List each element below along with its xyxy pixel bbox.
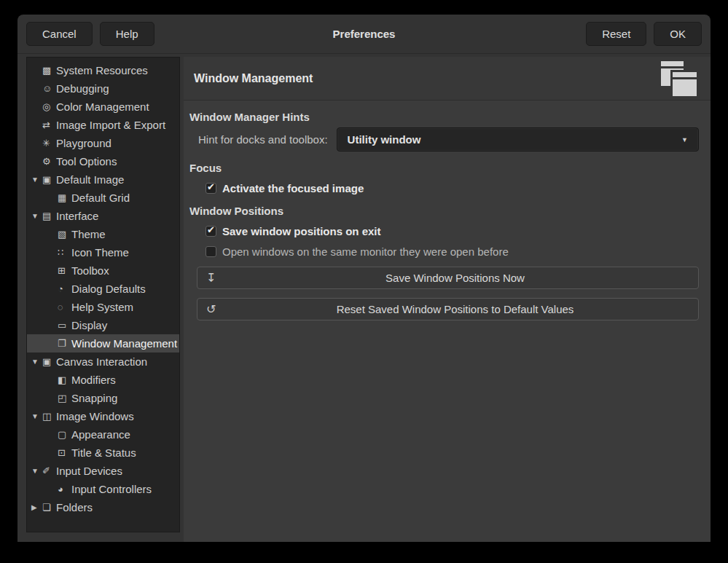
sidebar-item-theme[interactable]: ▧Theme [27, 225, 179, 243]
tool-options-icon: ⚙ [42, 156, 56, 167]
sidebar-item-label: Icon Theme [71, 246, 129, 259]
snapping-icon: ◰ [58, 393, 71, 403]
sidebar-item-label: Input Devices [56, 465, 122, 477]
window-management-icon: ❐ [58, 338, 71, 349]
hint-dropdown[interactable]: Utility window ▼ [337, 127, 699, 151]
save-window-positions-label: Save Window Positions Now [221, 272, 689, 284]
sidebar-item-folders[interactable]: ▶❏Folders [27, 498, 179, 516]
sidebar-item-dialog-defaults[interactable]: ◔Dialog Defaults [27, 280, 179, 298]
expander-icon[interactable]: ▶ [30, 503, 42, 511]
reset-window-positions-label: Reset Saved Window Positions to Default … [221, 303, 689, 315]
default-grid-icon: ▦ [58, 192, 71, 203]
help-system-icon: ◌ [58, 302, 71, 312]
sidebar-item-input-devices[interactable]: ▼✐Input Devices [27, 462, 179, 480]
theme-icon: ▧ [58, 229, 71, 240]
checkbox-label: Save window positions on exit [222, 225, 381, 237]
page-header: Window Management [184, 57, 711, 101]
sidebar-item-playground[interactable]: ✳Playground [27, 134, 179, 152]
checkbox-open-same-monitor[interactable]: Open windows on the same monitor they we… [206, 245, 699, 258]
save-window-positions-button[interactable]: ↧ Save Window Positions Now [197, 267, 699, 289]
sidebar-item-label: Input Controllers [71, 483, 152, 495]
input-controllers-icon: ◕ [58, 484, 71, 495]
input-devices-icon: ✐ [42, 465, 56, 476]
page-title: Window Management [194, 72, 313, 85]
checkbox-save-window-positions[interactable]: ✔ Save window positions on exit [206, 225, 699, 237]
help-button[interactable]: Help [100, 22, 154, 46]
reset-window-positions-button[interactable]: ↺ Reset Saved Window Positions to Defaul… [197, 298, 699, 320]
sidebar-item-image-import-export[interactable]: ⇄Image Import & Export [27, 116, 179, 134]
sidebar-item-interface[interactable]: ▼▤Interface [27, 207, 179, 225]
sidebar-item-label: Title & Status [71, 446, 136, 459]
check-icon: ✔ [207, 181, 215, 192]
reset-button[interactable]: Reset [586, 22, 646, 46]
section-focus: Focus [189, 162, 699, 174]
sidebar-item-tool-options[interactable]: ⚙Tool Options [27, 152, 179, 170]
sidebar-item-label: Display [71, 319, 107, 331]
sidebar-item-label: Folders [56, 501, 93, 513]
sidebar-item-toolbox[interactable]: ⊞Toolbox [27, 261, 179, 280]
checkbox-box[interactable]: ✔ [206, 226, 216, 237]
window-management-icon [661, 61, 699, 96]
expander-icon[interactable]: ▼ [30, 412, 42, 420]
checkbox-activate-focused-image[interactable]: ✔ Activate the focused image [206, 182, 699, 194]
expander-icon[interactable]: ▼ [30, 212, 42, 220]
sidebar-item-help-system[interactable]: ◌Help System [27, 298, 179, 316]
dialog-defaults-icon: ◔ [58, 283, 71, 294]
expander-icon[interactable]: ▼ [30, 176, 42, 184]
sidebar-item-debugging[interactable]: ☺Debugging [27, 79, 179, 98]
sidebar-item-snapping[interactable]: ◰Snapping [27, 389, 179, 407]
playground-icon: ✳ [42, 138, 56, 149]
sidebar-item-label: Tool Options [56, 155, 117, 168]
sidebar-item-window-management[interactable]: ❐Window Management [27, 334, 179, 353]
sidebar-tree[interactable]: ▩System Resources☺Debugging◎Color Manage… [26, 57, 180, 532]
hint-row: Hint for docks and toolbox: Utility wind… [198, 127, 699, 151]
sidebar-item-default-grid[interactable]: ▦Default Grid [27, 189, 179, 207]
sidebar-item-system-resources[interactable]: ▩System Resources [27, 61, 179, 79]
sidebar-item-input-controllers[interactable]: ◕Input Controllers [27, 480, 179, 498]
sidebar-item-label: Canvas Interaction [56, 355, 147, 368]
checkbox-box[interactable] [206, 246, 216, 257]
icon-theme-icon: ∷ [58, 247, 71, 258]
sidebar-item-appearance[interactable]: ▢Appearance [27, 425, 179, 444]
sidebar-item-label: Theme [71, 228, 106, 240]
sidebar-item-color-management[interactable]: ◎Color Management [27, 98, 179, 116]
sidebar-item-label: Image Windows [56, 410, 134, 422]
save-icon: ↧ [206, 271, 221, 285]
sidebar-item-display[interactable]: ▭Display [27, 316, 179, 334]
checkbox-box[interactable]: ✔ [206, 183, 216, 194]
display-icon: ▭ [58, 320, 71, 331]
sidebar-item-title-status[interactable]: ⊡Title & Status [27, 444, 179, 462]
sidebar-item-label: Modifiers [71, 374, 116, 386]
expander-icon[interactable]: ▼ [30, 467, 42, 475]
sidebar-item-label: Toolbox [71, 264, 109, 277]
appearance-icon: ▢ [58, 429, 71, 440]
sidebar-item-label: Window Management [71, 337, 177, 350]
cancel-button[interactable]: Cancel [26, 22, 93, 46]
sidebar-item-label: Color Management [56, 101, 149, 113]
sidebar-item-canvas-interaction[interactable]: ▼▣Canvas Interaction [27, 353, 179, 371]
sidebar-item-default-image[interactable]: ▼▣Default Image [27, 170, 179, 189]
sidebar-item-label: Debugging [56, 82, 109, 95]
sidebar-item-modifiers[interactable]: ◧Modifiers [27, 371, 179, 389]
preferences-dialog: Cancel Help Preferences Reset OK ▩System… [17, 15, 711, 542]
section-window-positions: Window Positions [189, 205, 699, 217]
image-import-export-icon: ⇄ [42, 119, 56, 130]
sidebar-item-label: Help System [71, 301, 133, 313]
expander-icon[interactable]: ▼ [30, 358, 42, 366]
ok-button[interactable]: OK [654, 22, 702, 46]
modifiers-icon: ◧ [58, 374, 71, 385]
debugging-icon: ☺ [42, 83, 56, 94]
sidebar-item-label: Default Grid [71, 192, 130, 204]
toolbox-icon: ⊞ [58, 265, 71, 276]
sidebar-item-label: Interface [56, 210, 98, 222]
sidebar-item-label: System Resources [56, 64, 148, 76]
sidebar-item-label: Appearance [71, 428, 130, 441]
checkbox-label: Open windows on the same monitor they we… [222, 245, 509, 258]
default-image-icon: ▣ [42, 174, 56, 185]
sidebar-item-image-windows[interactable]: ▼◫Image Windows [27, 407, 179, 425]
section-window-manager-hints: Window Manager Hints [189, 111, 699, 123]
header-bar: Cancel Help Preferences Reset OK [17, 15, 711, 54]
sidebar-item-icon-theme[interactable]: ∷Icon Theme [27, 243, 179, 261]
interface-icon: ▤ [42, 210, 56, 221]
hint-dropdown-value: Utility window [348, 133, 421, 146]
